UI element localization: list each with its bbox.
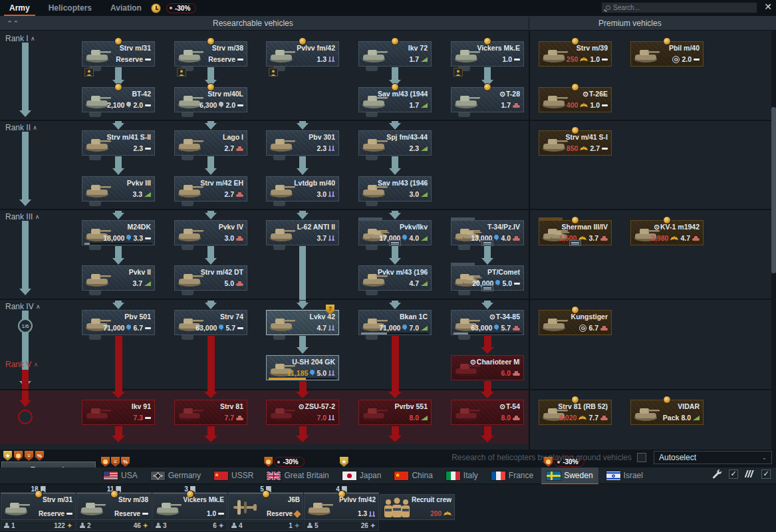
vehicle-card-sherman-iii-iv[interactable]: Sherman III/IV1,5003.7 — [539, 220, 612, 245]
crew-slot-5[interactable]: 4 Pvlvv fm/42 1.3 5 26 ✦ — [304, 485, 379, 531]
battle-rating: 7.3 — [133, 414, 143, 422]
ace-crew-icon — [453, 68, 463, 76]
vehicle-card-t-26e[interactable]: ⊙T-26E4001.0 — [539, 87, 612, 112]
tab-aviation[interactable]: Aviation — [101, 0, 151, 16]
folder-tab — [358, 217, 382, 221]
vehicle-card-lvkv-42[interactable]: Lvkv 424.7? — [266, 310, 339, 335]
vehicle-card-sav-m-43-1946-[interactable]: Sav m/43 (1946)3.0 — [358, 176, 432, 201]
vehicle-card-t-28[interactable]: ⊙T-281.7 — [451, 87, 524, 112]
repair-checkbox[interactable]: ✓ — [729, 469, 738, 479]
vehicle-card-bt-42[interactable]: BT-422,1002.0 — [82, 87, 155, 112]
crew-vehicle-card[interactable]: Pvlvv fm/42 1.3 — [304, 494, 379, 520]
close-icon[interactable]: ✕ — [764, 1, 772, 12]
vehicle-card-pvrbv-551[interactable]: Pvrbv 5518.0 — [358, 400, 432, 425]
vehicle-card-t-34-85[interactable]: ⊙T-34-8563,0005.7 — [451, 310, 524, 335]
group-expander[interactable] — [481, 285, 493, 291]
autoselect-dropdown[interactable]: Autoselect ⌄ — [654, 451, 772, 464]
vehicle-card-strv-m-42-eh[interactable]: Strv m/42 EH2.7 — [174, 176, 247, 201]
vehicle-card-vidar[interactable]: VIDARPack8.0 — [630, 400, 704, 425]
crew-slot-1[interactable]: 18 Strv m/31 Reserve 1 122 ✦ — [1, 485, 76, 531]
crew-vehicle-card[interactable]: Vickers Mk.E 1.0 — [152, 494, 227, 520]
vehicle-card-pvkv-iv[interactable]: Pvkv IV3.0 — [174, 220, 247, 245]
nation-japan[interactable]: Japan — [337, 467, 387, 484]
crew-slot-4[interactable]: 5 J6B Reserve 4 1 ✦ — [228, 485, 303, 531]
vehicle-card-l-62-anti-ii[interactable]: L-62 ANTI II3.7 — [266, 220, 339, 245]
nation-germany[interactable]: Germany — [146, 467, 206, 484]
chevron-down-icon: ⌄ — [761, 454, 767, 461]
nation-usa[interactable]: USA — [98, 467, 143, 484]
rank-label-5[interactable]: Rank V ∧ — [5, 360, 38, 369]
vehicle-card-strv-m-42-dt[interactable]: Strv m/42 DT5.0 — [174, 265, 247, 291]
vehicle-card-strv-m-38[interactable]: Strv m/38Reserve — [174, 41, 247, 66]
nation-sweden[interactable]: Sweden — [541, 467, 598, 484]
group-expander[interactable] — [481, 240, 493, 246]
vehicle-card-strv-81[interactable]: Strv 817.7 — [174, 400, 247, 425]
rank-label-4[interactable]: Rank IV ∧ — [5, 302, 41, 311]
helicopter-checkbox[interactable] — [637, 453, 646, 462]
ammo-checkbox[interactable]: ✓ — [761, 469, 771, 479]
crew-vehicle-card[interactable]: J6B Reserve — [228, 494, 303, 520]
group-expander[interactable] — [389, 240, 401, 246]
vehicle-card-vickers-mk-e[interactable]: Vickers Mk.E1.0 — [451, 41, 524, 66]
scrollbar-thumb[interactable] — [771, 107, 776, 273]
vehicle-card-m24dk[interactable]: M24DK18,0003.3 — [82, 220, 155, 245]
vehicle-card-strv-m-39[interactable]: Strv m/392501.0 — [539, 41, 612, 66]
recruit-crew-slot[interactable]: Recruit crew 200 — [380, 485, 455, 531]
vehicle-card-strv-m-31[interactable]: Strv m/31Reserve — [82, 41, 155, 66]
crew-slot-3[interactable]: 3 Vickers Mk.E 1.0 3 6 ✦ — [152, 485, 227, 531]
vehicle-card-strv-m-41-s-ii[interactable]: Strv m/41 S-II2.3 — [82, 130, 155, 156]
collapse-ranks-icon[interactable]: ⌃⌃ — [7, 16, 19, 31]
nation-gb[interactable]: Great Britain — [261, 467, 334, 484]
vehicle-card-pbv-301[interactable]: Pbv 3012.3 — [266, 130, 339, 156]
vehicle-card-lago-i[interactable]: Lago I2.7 — [174, 130, 247, 156]
vehicle-card-strv-m-40l[interactable]: Strv m/40L6,3002.0 — [174, 87, 247, 112]
rank-label-2[interactable]: Rank II ∧ — [5, 123, 37, 132]
vehicle-card-kungstiger[interactable]: KungstigerG6.7 — [539, 310, 612, 335]
recruit-crew-card[interactable]: Recruit crew 200 — [380, 494, 455, 520]
scrollbar-track[interactable] — [771, 31, 776, 450]
vehicle-card-lvtdgb-m-40[interactable]: Lvtdgb m/403.0 — [266, 176, 339, 201]
crew-slot-2[interactable]: 11 Strv m/38 Reserve 2 46 ✦ — [76, 485, 152, 531]
crew-info: 3 6 ✦ — [152, 521, 227, 531]
battle-rating: 2.7 — [224, 144, 234, 152]
vehicle-card-ikv-72[interactable]: Ikv 721.7 — [358, 41, 432, 66]
lineup-stand — [458, 112, 470, 117]
vehicle-card-charioteer-mk-vii[interactable]: ⊙Charioteer Mk VII6.0 — [451, 355, 524, 380]
lineup-stand — [89, 201, 101, 206]
crew-vehicle-card[interactable]: Strv m/38 Reserve — [76, 494, 152, 520]
vehicle-card-pvlvv-fm-42[interactable]: Pvlvv fm/421.3 — [266, 41, 339, 66]
rank-label-1[interactable]: Rank I ∧ — [5, 34, 35, 43]
vehicle-card-pbil-m-40[interactable]: Pbil m/40G2.0 — [630, 41, 704, 66]
vehicle-card-pvkv-ikv[interactable]: Pvkv/Ikv17,0004.0 — [358, 220, 432, 245]
vehicle-card-pt-comet[interactable]: PT/Comet20,0005.0 — [451, 265, 524, 291]
tab-helicopters[interactable]: Helicopters — [39, 0, 101, 16]
nation-france[interactable]: France — [486, 467, 539, 484]
vehicle-card-u-sh-204-gk[interactable]: U-SH 204 GK11,1855.0 — [266, 355, 339, 380]
vehicle-card-spj-fm-43-44[interactable]: Spj fm/43-442.3 — [358, 130, 432, 156]
vehicle-card-strv-74[interactable]: Strv 7463,0005.7 — [174, 310, 247, 335]
group-expander[interactable] — [569, 240, 581, 246]
vehicle-card-pvkv-iii[interactable]: Pvkv III3.3 — [82, 176, 155, 201]
vehicle-card-sav-m-43-1944-[interactable]: Sav m/43 (1944)1.7 — [358, 87, 432, 112]
tab-army[interactable]: Army — [0, 0, 39, 16]
purchase-price: 850 — [567, 144, 579, 152]
nation-israel[interactable]: Israel — [601, 467, 648, 484]
nation-ussr[interactable]: USSR — [209, 467, 259, 484]
vehicle-card-ikv-91[interactable]: Ikv 917.3 — [82, 400, 155, 425]
vehicle-card-kv-1-m1942[interactable]: ⊙KV-1 m19422,9804.7 — [630, 220, 704, 245]
research-progress-bar — [269, 378, 336, 380]
crew-vehicle-card[interactable]: Strv m/31 Reserve — [1, 494, 76, 520]
search-input[interactable]: Search... — [601, 2, 757, 13]
vehicle-card-pvkv-m-43-1963-[interactable]: Pvkv m/43 (1963)4.7 — [358, 265, 432, 291]
vehicle-card-pbv-501[interactable]: Pbv 50171,0006.7 — [82, 310, 155, 335]
vehicle-card-t-34-pz-iv[interactable]: T-34/Pz.IV13,0004.0 — [451, 220, 524, 245]
rank-label-3[interactable]: Rank III ∧ — [5, 212, 39, 221]
vehicle-card-bkan-1c[interactable]: Bkan 1C71,0007.0 — [358, 310, 432, 335]
nation-italy[interactable]: Italy — [441, 467, 483, 484]
vehicle-card-t-54[interactable]: ⊙T-548.0 — [451, 400, 524, 425]
vehicle-card-strv-m-41-s-i[interactable]: Strv m/41 S-I8502.7 — [539, 130, 612, 156]
vehicle-card-pvkv-ii[interactable]: Pvkv II3.7 — [82, 265, 155, 291]
vehicle-card-strv-81-rb-52-[interactable]: Strv 81 (RB 52)8,0207.7 — [539, 400, 612, 425]
vehicle-card-zsu-57-2[interactable]: ⊙ZSU-57-27.0 — [266, 400, 339, 425]
nation-china[interactable]: China — [389, 467, 438, 484]
